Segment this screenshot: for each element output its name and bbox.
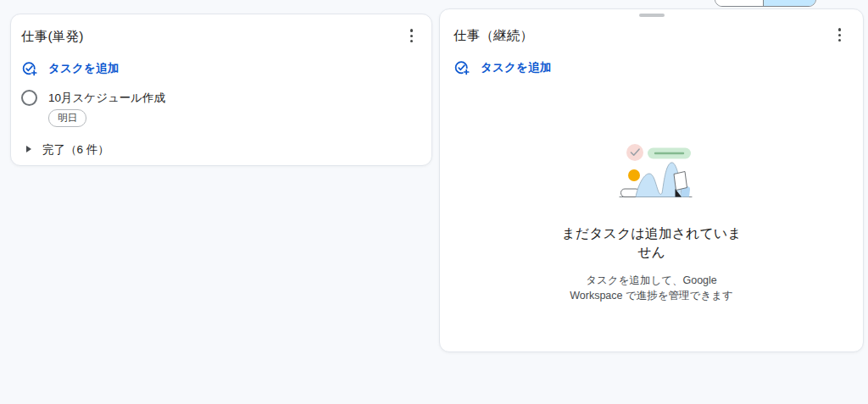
- due-date-chip[interactable]: 明日: [48, 109, 86, 127]
- empty-state-illustration: [609, 143, 694, 199]
- task-checkbox[interactable]: [21, 90, 37, 106]
- card-header: 仕事(単発): [21, 14, 421, 47]
- task-list-card-keizoku: 仕事（継続） タスクを追加: [439, 8, 864, 352]
- task-list-card-tanpatsu: 仕事(単発) タスクを追加 10月スケジュール作成 明日 完了（6 件）: [10, 14, 432, 166]
- task-title[interactable]: 10月スケジュール作成: [48, 90, 165, 106]
- list-menu-button[interactable]: [833, 25, 847, 46]
- completed-section-label: 完了（6 件）: [42, 141, 109, 158]
- add-task-label: タスクを追加: [48, 61, 119, 76]
- add-task-icon: [454, 60, 470, 75]
- chevron-right-icon: [26, 146, 31, 152]
- task-row[interactable]: 10月スケジュール作成 明日: [21, 90, 421, 127]
- view-toggle-board-segment-selected[interactable]: [763, 0, 815, 6]
- add-task-button[interactable]: タスクを追加: [21, 61, 119, 76]
- add-task-label: タスクを追加: [481, 60, 551, 75]
- task-body: 10月スケジュール作成 明日: [48, 90, 165, 127]
- empty-state-heading: まだタスクは追加されていま せん: [554, 224, 750, 262]
- list-title[interactable]: 仕事(単発): [21, 27, 84, 45]
- drag-handle[interactable]: [639, 14, 665, 17]
- empty-state-description: タスクを追加して、Google Workspace で進捗を管理できます: [570, 273, 733, 303]
- list-menu-button[interactable]: [405, 25, 419, 47]
- empty-state: まだタスクは追加されていま せん タスクを追加して、Google Workspa…: [453, 75, 849, 303]
- view-toggle[interactable]: [715, 0, 816, 7]
- add-task-icon: [22, 61, 37, 76]
- add-task-button[interactable]: タスクを追加: [453, 60, 551, 75]
- view-toggle-list-segment[interactable]: [715, 0, 763, 6]
- completed-section-toggle[interactable]: 完了（6 件）: [21, 141, 421, 158]
- list-title[interactable]: 仕事（継続）: [453, 26, 533, 44]
